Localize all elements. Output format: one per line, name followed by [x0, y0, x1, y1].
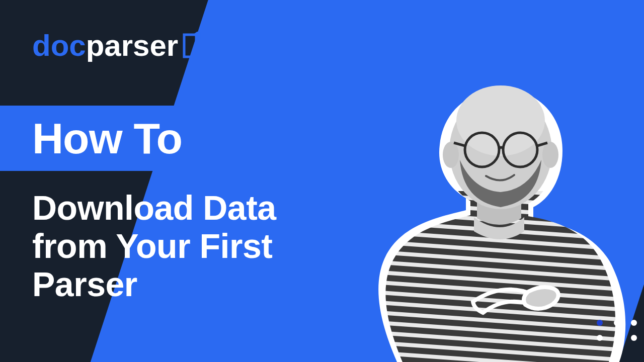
dots-row [597, 335, 637, 341]
dot-icon [631, 320, 637, 326]
title-line-1: Download Data [32, 189, 276, 227]
decorative-dots [597, 320, 637, 341]
logo-text: docparser [32, 28, 178, 63]
logo-prefix: doc [32, 29, 86, 62]
presenter-photo [347, 20, 629, 362]
thumbnail-stage: docparser How To Download Data from Your… [0, 0, 644, 362]
dot-icon [597, 335, 603, 341]
svg-point-5 [456, 85, 545, 156]
dot-icon [597, 320, 603, 326]
title-line-3: Parser [32, 265, 276, 303]
svg-point-7 [542, 142, 558, 168]
title-line-2: from Your First [32, 227, 276, 265]
how-to-label: How To [32, 114, 182, 163]
docparser-logo: docparser [32, 28, 204, 63]
svg-point-6 [443, 142, 459, 168]
upload-doc-icon [181, 32, 204, 60]
dot-icon [614, 335, 620, 341]
video-title: Download Data from Your First Parser [32, 189, 276, 303]
dot-icon [614, 320, 620, 326]
how-to-tag: How To [0, 106, 211, 171]
logo-suffix: parser [86, 29, 178, 62]
dots-row [597, 320, 637, 326]
dot-icon [631, 335, 637, 341]
